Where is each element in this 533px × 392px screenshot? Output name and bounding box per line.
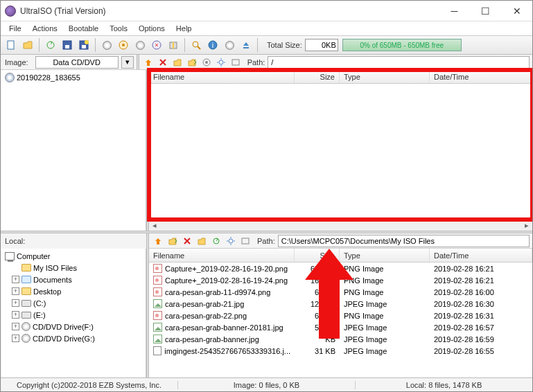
path-field-top[interactable]: /: [268, 56, 530, 69]
svg-rect-5: [82, 45, 86, 48]
list-item[interactable]: cara-pesan-grab-11-d9974.png67 KBPNG Ima…: [149, 286, 532, 298]
tree-item[interactable]: +CD/DVD Drive(F:): [2, 321, 144, 332]
list-item[interactable]: cara-pesan-grab-banner.jpgKBJPEG Image20…: [149, 333, 532, 345]
col-filename-local[interactable]: Filename: [149, 249, 295, 262]
menu-tools[interactable]: Tools: [104, 23, 133, 34]
extract-button[interactable]: [186, 56, 198, 69]
tree-item[interactable]: +Documents: [2, 274, 144, 285]
col-filename[interactable]: Filename: [149, 70, 295, 83]
col-type-local[interactable]: Type: [340, 249, 430, 262]
image-label: Image:: [1, 58, 33, 66]
file-icon: [153, 264, 162, 273]
burn-button[interactable]: [116, 37, 131, 53]
tree-root-image[interactable]: 20190228_183655: [2, 71, 144, 83]
file-icon: [153, 287, 162, 296]
close-button[interactable]: ✕: [501, 1, 532, 21]
local-view-button[interactable]: [239, 235, 252, 247]
info-button[interactable]: i: [205, 37, 220, 53]
local-delete-button[interactable]: [181, 235, 193, 247]
local-add-button[interactable]: [166, 235, 179, 247]
expand-icon[interactable]: +: [12, 311, 19, 319]
expand-icon[interactable]: +: [12, 287, 19, 295]
col-size[interactable]: Size: [295, 70, 340, 83]
svg-point-1: [47, 42, 54, 48]
list-item[interactable]: cara-pesan-grab-21.jpg124 KBJPEG Image20…: [149, 298, 532, 310]
props-button[interactable]: [200, 56, 213, 69]
tree-root-computer[interactable]: Computer: [2, 250, 144, 262]
list-item[interactable]: imgingest-2543527667653339316.j...31 KBJ…: [149, 345, 532, 357]
folder-icon: [21, 264, 31, 271]
local-list-body[interactable]: Capture+_2019-02-28-16-19-20.png650 KBPN…: [149, 262, 532, 377]
new-button[interactable]: [3, 37, 19, 53]
expand-icon[interactable]: +: [12, 323, 19, 330]
delete-button[interactable]: [157, 56, 169, 69]
tree-item[interactable]: +(E:): [2, 309, 144, 321]
local-up-button[interactable]: [152, 235, 164, 247]
svg-rect-11: [173, 42, 174, 48]
view-button[interactable]: [229, 56, 242, 69]
local-refresh-button[interactable]: [210, 235, 222, 247]
maximize-button[interactable]: ☐: [470, 1, 501, 21]
up-button[interactable]: [142, 56, 155, 69]
saveas-button[interactable]: [76, 37, 91, 53]
menu-help[interactable]: Help: [171, 23, 198, 34]
svg-point-18: [205, 61, 208, 64]
local-newfolder-button[interactable]: [195, 235, 208, 247]
local-settings-button[interactable]: [225, 235, 237, 247]
svg-text:i: i: [212, 41, 213, 49]
image-file-list: Filename Size Type Date/Time ◂▸: [149, 70, 532, 231]
file-icon: [153, 335, 162, 344]
compress-button[interactable]: [166, 37, 181, 53]
app-icon: [5, 6, 16, 17]
list-item[interactable]: cara-pesan-grab-22.png67 KBPNG Image2019…: [149, 310, 532, 321]
eject-button[interactable]: [238, 37, 254, 53]
settings-button[interactable]: [215, 56, 227, 69]
image-tree[interactable]: 20190228_183655: [1, 70, 146, 231]
menu-file[interactable]: File: [3, 23, 27, 34]
menu-options[interactable]: Options: [133, 23, 171, 34]
col-type[interactable]: Type: [340, 70, 430, 83]
menu-bootable[interactable]: Bootable: [63, 23, 104, 34]
tree-item[interactable]: +(C:): [2, 297, 144, 309]
tree-item[interactable]: +Desktop: [2, 285, 144, 297]
col-date-local[interactable]: Date/Time: [430, 249, 532, 262]
svg-point-12: [193, 42, 198, 47]
list-item[interactable]: cara-pesan-grab-banner-20181.jpg54 KBJPE…: [149, 321, 532, 333]
local-path-row: Local: Path: C:\Users\MCPC057\Documents\…: [1, 233, 532, 249]
col-date[interactable]: Date/Time: [430, 70, 532, 83]
disc-button-2[interactable]: [132, 37, 148, 53]
image-hscroll[interactable]: ◂▸: [149, 220, 532, 231]
mount-button[interactable]: [149, 37, 164, 53]
path-field-local[interactable]: C:\Users\MCPC057\Documents\My ISO Files: [278, 235, 530, 247]
image-type-selector[interactable]: Data CD/DVD: [35, 56, 119, 69]
disc-button-3[interactable]: [222, 37, 237, 53]
expand-icon[interactable]: +: [12, 276, 19, 283]
newfolder-button[interactable]: [171, 56, 184, 69]
expand-icon[interactable]: +: [12, 299, 19, 307]
list-item[interactable]: Capture+_2019-02-28-16-19-20.png650 KBPN…: [149, 262, 532, 274]
disc-icon: [5, 73, 15, 82]
main-toolbar: i Total Size: 0% of 650MB - 650MB free: [1, 35, 532, 55]
local-file-list: Filename Size Type Date/Time Capture+_20…: [149, 249, 532, 377]
tree-item[interactable]: +CD/DVD Drive(G:): [2, 332, 144, 344]
col-size-local[interactable]: Size: [295, 249, 340, 262]
svg-rect-0: [8, 41, 14, 49]
menubar: FileActionsBootableToolsOptionsHelp: [1, 21, 532, 35]
save-button[interactable]: [60, 37, 75, 53]
image-list-body[interactable]: [149, 84, 532, 220]
expand-icon[interactable]: +: [12, 335, 19, 342]
file-icon: [153, 323, 162, 332]
disc-button-1[interactable]: [99, 37, 114, 53]
minimize-button[interactable]: ─: [439, 1, 470, 21]
image-props-button[interactable]: ▾: [121, 56, 134, 69]
refresh-button[interactable]: [43, 37, 58, 53]
total-size-field[interactable]: [305, 39, 338, 51]
local-tree[interactable]: ComputerMy ISO Files+Documents+Desktop+(…: [1, 249, 146, 377]
list-item[interactable]: Capture+_2019-02-28-16-19-24.png161 KBPN…: [149, 274, 532, 286]
find-button[interactable]: [189, 37, 204, 53]
menu-actions[interactable]: Actions: [27, 23, 63, 34]
tree-item[interactable]: My ISO Files: [2, 262, 144, 274]
open-button[interactable]: [20, 37, 35, 53]
cd-icon: [21, 322, 30, 331]
status-local: Local: 8 files, 1478 KB: [356, 381, 532, 389]
